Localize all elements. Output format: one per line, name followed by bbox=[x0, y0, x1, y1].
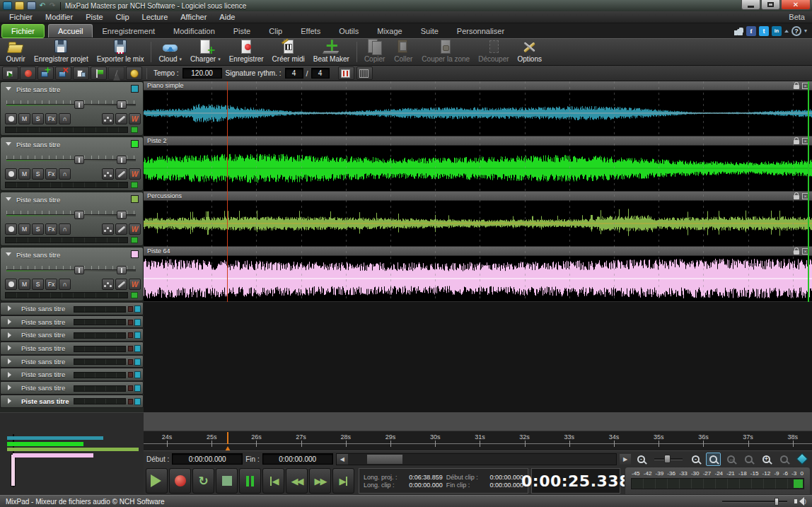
tab-fichier[interactable]: Fichier bbox=[1, 24, 45, 38]
enregistrer-projet-button[interactable]: Enregistrer projet bbox=[30, 40, 93, 64]
track-color-chip[interactable] bbox=[134, 305, 141, 313]
help-dropdown-icon[interactable]: ▾ bbox=[804, 28, 807, 34]
zoom-slider[interactable] bbox=[654, 458, 683, 460]
solo-button[interactable]: S bbox=[32, 168, 44, 180]
clip-lock-icon[interactable] bbox=[794, 250, 799, 255]
horizontal-scrollbar[interactable]: ◀ bbox=[336, 453, 617, 465]
scroll-left-icon[interactable]: ◀ bbox=[337, 454, 348, 465]
fx-button[interactable]: Fx bbox=[45, 168, 57, 180]
mute-button[interactable]: M bbox=[18, 168, 30, 180]
skip-start-button[interactable]: ◀ bbox=[262, 468, 284, 494]
collapsed-track-row[interactable]: Piste sans titre bbox=[0, 381, 144, 395]
collapsed-track-row[interactable]: Piste sans titre bbox=[0, 315, 144, 329]
audio-clip[interactable]: Piste 2× bbox=[144, 136, 812, 192]
signature-numerator-input[interactable] bbox=[285, 68, 303, 78]
twitter-icon[interactable]: t bbox=[759, 26, 769, 36]
audio-clip[interactable]: Percussions× bbox=[144, 192, 812, 247]
selection-start-input[interactable] bbox=[172, 453, 243, 465]
zoom-fit-button[interactable]: ↔ bbox=[724, 453, 738, 466]
expand-chevron-icon[interactable] bbox=[8, 319, 14, 325]
tools-button[interactable] bbox=[115, 223, 127, 235]
facebook-icon[interactable]: f bbox=[746, 26, 756, 36]
play-button[interactable] bbox=[146, 468, 168, 494]
track-color-chip[interactable] bbox=[134, 345, 141, 352]
collapse-chevron-icon[interactable] bbox=[6, 142, 11, 148]
coller-button[interactable]: Coller bbox=[389, 40, 417, 64]
enregistrer-button[interactable]: Enregistrer bbox=[225, 40, 268, 64]
clip-header[interactable]: Piste 2× bbox=[144, 136, 812, 146]
volume-fader-handle[interactable] bbox=[74, 266, 84, 274]
pause-button[interactable] bbox=[239, 468, 261, 494]
audio-clip[interactable]: Piste 64× bbox=[144, 247, 812, 302]
collapse-chevron-icon[interactable] bbox=[6, 87, 11, 93]
pan-fader-handle[interactable] bbox=[117, 100, 127, 109]
zoom-out-small-button[interactable]: - bbox=[634, 453, 649, 466]
pan-fader-handle[interactable] bbox=[117, 156, 127, 164]
undo-icon[interactable]: ↶ bbox=[37, 1, 47, 10]
record-arm-button[interactable] bbox=[5, 279, 17, 290]
vertical-zoom-button[interactable] bbox=[794, 453, 809, 466]
tab-suite[interactable]: Suite bbox=[412, 25, 448, 37]
zoom-in-button[interactable]: + bbox=[759, 453, 774, 466]
tab-piste[interactable]: Piste bbox=[224, 25, 260, 37]
linkedin-icon[interactable]: in bbox=[772, 26, 782, 36]
tab-modification[interactable]: Modification bbox=[164, 25, 224, 37]
collapse-chevron-icon[interactable] bbox=[6, 197, 11, 204]
track-color-chip[interactable] bbox=[134, 332, 141, 339]
zoom-previous-button[interactable] bbox=[741, 453, 756, 466]
tab-mixage[interactable]: Mixage bbox=[368, 25, 411, 37]
scrollbar-thumb[interactable] bbox=[366, 454, 403, 465]
pan-fader-handle[interactable] bbox=[117, 211, 127, 219]
rewind-button[interactable]: ◀◀ bbox=[286, 468, 308, 494]
d-couper-button[interactable]: Découper bbox=[474, 40, 513, 64]
routing-button[interactable] bbox=[102, 279, 114, 290]
tab-enregistrement[interactable]: Enregistrement bbox=[93, 25, 164, 37]
volume-knob[interactable] bbox=[775, 498, 779, 506]
collapsed-track-row[interactable]: Piste sans titre bbox=[0, 368, 144, 381]
expand-chevron-icon[interactable] bbox=[8, 332, 14, 338]
time-ruler[interactable]: 24s25s26s27s28s29s30s31s32s33s34s35s36s3… bbox=[144, 431, 812, 450]
clip-header[interactable]: Piano simple× bbox=[144, 81, 812, 91]
record-timer-button[interactable] bbox=[20, 66, 36, 80]
collapsed-track-row[interactable]: Piste sans titre bbox=[0, 302, 144, 315]
audio-clip[interactable]: Piano simple× bbox=[144, 81, 812, 136]
track-header[interactable]: Piste sans titre bbox=[1, 192, 143, 206]
couper-la-zone-button[interactable]: Couper la zone bbox=[417, 40, 474, 64]
track-header[interactable]: Piste sans titre bbox=[1, 82, 143, 96]
selection-end-input[interactable] bbox=[262, 453, 333, 465]
maximize-button[interactable] bbox=[761, 0, 780, 10]
clip-lock-icon[interactable] bbox=[794, 140, 799, 144]
record-arm-button[interactable] bbox=[5, 223, 17, 235]
menu-afficher[interactable]: Afficher bbox=[174, 12, 213, 22]
volume-fader-handle[interactable] bbox=[74, 156, 84, 164]
timeline-area[interactable]: Piano simple×Piste 2×Percussions×Piste 6… bbox=[144, 81, 812, 412]
beat-maker-button[interactable]: +Beat Maker bbox=[309, 40, 354, 64]
skip-end-button[interactable]: ▶ bbox=[332, 468, 354, 494]
track-color-chip[interactable] bbox=[131, 250, 139, 258]
track-color-chip[interactable] bbox=[134, 371, 141, 378]
track-color-chip[interactable] bbox=[134, 398, 141, 405]
tools-button[interactable] bbox=[115, 279, 127, 290]
add-track-button[interactable]: + bbox=[37, 66, 54, 80]
track-color-chip[interactable] bbox=[131, 140, 139, 148]
menu-fichier[interactable]: Fichier bbox=[3, 12, 39, 22]
options-button[interactable]: Options bbox=[514, 40, 546, 64]
expand-chevron-icon[interactable] bbox=[8, 345, 14, 351]
menu-piste[interactable]: Piste bbox=[79, 12, 109, 22]
expand-chevron-icon[interactable] bbox=[8, 372, 14, 378]
solo-button[interactable]: S bbox=[32, 113, 44, 124]
track-header[interactable]: Piste sans titre bbox=[1, 247, 143, 262]
track-color-chip[interactable] bbox=[131, 195, 139, 203]
scroll-right-icon[interactable]: ▶ bbox=[620, 454, 631, 465]
preview-clip-button[interactable] bbox=[2, 66, 18, 80]
help-icon[interactable]: ? bbox=[791, 26, 801, 36]
expand-chevron-icon[interactable] bbox=[8, 359, 14, 364]
sync-coin-button[interactable] bbox=[126, 66, 142, 80]
tab-personnaliser[interactable]: Personnaliser bbox=[448, 25, 514, 37]
ouvrir-button[interactable]: Ouvrir bbox=[1, 40, 30, 64]
tools-button[interactable] bbox=[115, 168, 127, 180]
wave-button[interactable]: W bbox=[129, 279, 141, 290]
menu-clip[interactable]: Clip bbox=[110, 12, 136, 22]
tab-effets[interactable]: Effets bbox=[291, 25, 330, 37]
routing-button[interactable] bbox=[102, 113, 114, 124]
